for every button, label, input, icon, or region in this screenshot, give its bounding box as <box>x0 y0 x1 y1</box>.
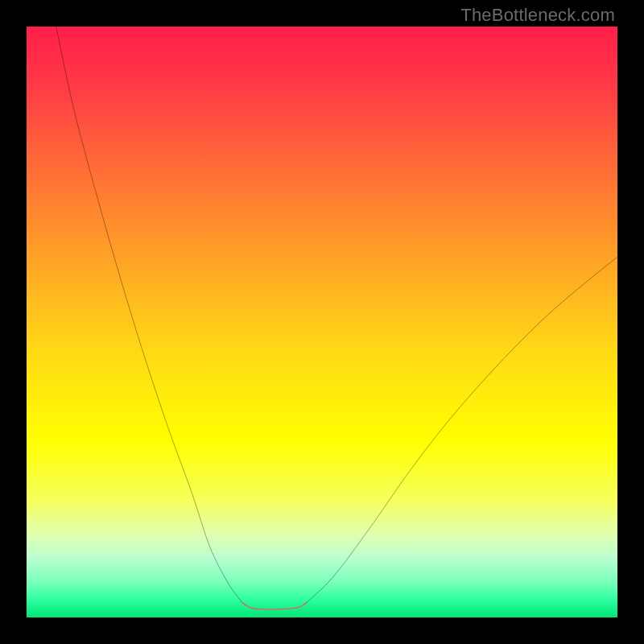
left-branch-curve <box>56 27 242 603</box>
attribution-label: TheBottleneck.com <box>460 5 615 26</box>
frame: TheBottleneck.com <box>0 0 644 644</box>
plot-area <box>27 27 617 617</box>
flat-bottom-highlight <box>242 602 308 609</box>
curve-layer <box>27 27 617 617</box>
right-branch-curve <box>308 257 617 602</box>
